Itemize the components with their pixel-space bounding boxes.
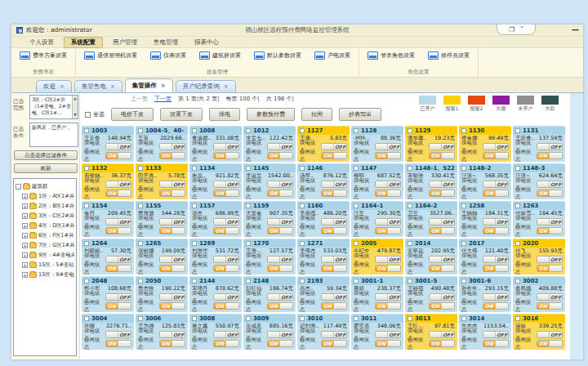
card-checkbox[interactable] bbox=[138, 203, 143, 208]
baodian-toggle[interactable]: OFF bbox=[375, 331, 401, 338]
hezha-toggle[interactable]: ON bbox=[537, 227, 563, 234]
hezha-toggle[interactable]: ON bbox=[105, 302, 131, 310]
tree-expander-icon[interactable]: + bbox=[22, 213, 28, 219]
baodian-toggle[interactable]: OFF bbox=[105, 218, 131, 225]
card-checkbox[interactable] bbox=[246, 316, 251, 321]
card-checkbox[interactable] bbox=[354, 279, 359, 283]
hezha-toggle[interactable]: ON bbox=[483, 340, 509, 347]
tree-expander-icon[interactable]: + bbox=[22, 233, 28, 239]
card-checkbox[interactable] bbox=[84, 203, 89, 208]
hezha-toggle[interactable]: ON bbox=[375, 152, 401, 159]
card-checkbox[interactable] bbox=[84, 128, 89, 133]
tree-item-9[interactable]: +15区：9#变电站（… bbox=[16, 270, 74, 279]
baodian-toggle[interactable]: OFF bbox=[429, 331, 455, 338]
hezha-toggle[interactable]: ON bbox=[321, 265, 347, 272]
baodian-toggle[interactable]: OFF bbox=[213, 143, 239, 150]
listbox-scrollbar[interactable]: ▲▼ bbox=[72, 96, 78, 118]
baodian-toggle[interactable]: OFF bbox=[537, 293, 563, 301]
baodian-toggle[interactable]: OFF bbox=[483, 256, 509, 263]
hezha-toggle[interactable]: ON bbox=[105, 340, 131, 347]
menu-item-3[interactable]: 用户管理 bbox=[106, 38, 144, 47]
baodian-toggle[interactable]: OFF bbox=[483, 218, 509, 225]
hezha-toggle[interactable]: ON bbox=[105, 227, 131, 234]
baodian-toggle[interactable]: OFF bbox=[213, 218, 239, 225]
card-checkbox[interactable] bbox=[138, 128, 143, 133]
filter-select-button[interactable]: 点击选择过滤条件 bbox=[14, 150, 78, 160]
tab-1[interactable]: 欢迎× bbox=[36, 80, 72, 92]
card-checkbox[interactable] bbox=[300, 241, 305, 246]
baodian-toggle[interactable]: OFF bbox=[483, 181, 509, 188]
card-checkbox[interactable] bbox=[354, 203, 359, 208]
tree-expander-icon[interactable]: + bbox=[22, 252, 28, 258]
card-checkbox[interactable] bbox=[461, 279, 466, 283]
hezha-toggle[interactable]: ON bbox=[267, 340, 293, 347]
toolbar-button-4[interactable]: 参数预付费 bbox=[247, 108, 295, 121]
restore-icon[interactable]: ❐ bbox=[509, 26, 514, 33]
card-checkbox[interactable] bbox=[408, 166, 412, 171]
hezha-toggle[interactable]: ON bbox=[159, 340, 185, 347]
menu-item-2[interactable]: 系统配置 bbox=[64, 37, 103, 48]
hezha-toggle[interactable]: ON bbox=[483, 227, 509, 234]
ribbon-button-3-2[interactable]: 操作员设置 bbox=[428, 51, 470, 60]
hezha-toggle[interactable]: ON bbox=[267, 302, 293, 310]
ribbon-button-2-2[interactable]: 仪表设置 bbox=[150, 51, 186, 60]
baodian-toggle[interactable]: OFF bbox=[159, 218, 185, 225]
close-icon[interactable]: × bbox=[161, 83, 166, 89]
card-checkbox[interactable] bbox=[461, 241, 466, 246]
tree-item-1[interactable]: +1区：A区1#井 bbox=[16, 191, 74, 201]
scroll-up-icon[interactable]: ▲ bbox=[74, 96, 76, 101]
tree-item-2[interactable]: +2区：B区1#井（B区1… bbox=[16, 201, 74, 211]
close-icon[interactable]: × bbox=[60, 83, 65, 90]
card-checkbox[interactable] bbox=[84, 316, 89, 321]
baodian-toggle[interactable]: OFF bbox=[429, 181, 455, 188]
card-checkbox[interactable] bbox=[354, 166, 359, 171]
baodian-toggle[interactable]: OFF bbox=[483, 143, 509, 150]
card-checkbox[interactable] bbox=[461, 203, 466, 208]
tree-expander-icon[interactable]: + bbox=[22, 243, 28, 248]
card-checkbox[interactable] bbox=[408, 316, 412, 321]
baodian-toggle[interactable]: OFF bbox=[105, 293, 131, 301]
baodian-toggle[interactable]: OFF bbox=[267, 218, 293, 225]
hezha-toggle[interactable]: ON bbox=[267, 152, 293, 159]
baodian-toggle[interactable]: OFF bbox=[375, 256, 401, 263]
card-checkbox[interactable] bbox=[354, 241, 359, 246]
hezha-toggle[interactable]: ON bbox=[321, 227, 347, 234]
hezha-toggle[interactable]: ON bbox=[105, 190, 131, 197]
baodian-toggle[interactable]: OFF bbox=[429, 293, 455, 301]
hezha-toggle[interactable]: ON bbox=[483, 190, 509, 197]
baodian-toggle[interactable]: OFF bbox=[321, 256, 347, 263]
menu-item-1[interactable]: 个人设置 bbox=[23, 38, 60, 47]
hezha-toggle[interactable]: ON bbox=[213, 340, 239, 347]
card-checkbox[interactable] bbox=[246, 128, 251, 133]
hezha-toggle[interactable]: ON bbox=[267, 265, 293, 272]
hezha-toggle[interactable]: ON bbox=[267, 190, 293, 197]
card-checkbox[interactable] bbox=[461, 166, 466, 171]
tree-expander-icon[interactable]: + bbox=[22, 272, 28, 278]
card-checkbox[interactable] bbox=[246, 279, 251, 283]
hezha-toggle[interactable]: ON bbox=[375, 190, 401, 197]
hezha-toggle[interactable]: ON bbox=[321, 340, 347, 347]
card-checkbox[interactable] bbox=[138, 279, 143, 283]
hezha-toggle[interactable]: ON bbox=[213, 302, 239, 310]
hezha-toggle[interactable]: ON bbox=[429, 265, 455, 272]
baodian-toggle[interactable]: OFF bbox=[483, 293, 509, 301]
chevron-down-icon[interactable]: ˅ bbox=[520, 26, 523, 33]
hezha-toggle[interactable]: ON bbox=[429, 302, 455, 310]
baodian-toggle[interactable]: OFF bbox=[213, 331, 239, 338]
hezha-toggle[interactable]: ON bbox=[483, 302, 509, 310]
hezha-toggle[interactable]: ON bbox=[375, 227, 401, 234]
hezha-toggle[interactable]: ON bbox=[105, 265, 131, 272]
card-checkbox[interactable] bbox=[515, 241, 520, 246]
card-checkbox[interactable] bbox=[461, 316, 466, 321]
tree-item-8[interactable]: +15区：5#变站（3… bbox=[16, 260, 74, 270]
hezha-toggle[interactable]: ON bbox=[321, 152, 347, 159]
tree-expander-icon[interactable]: + bbox=[22, 194, 28, 199]
hezha-toggle[interactable]: ON bbox=[429, 152, 455, 159]
hezha-toggle[interactable]: ON bbox=[429, 190, 455, 197]
baodian-toggle[interactable]: OFF bbox=[429, 256, 455, 263]
scroll-down-icon[interactable]: ▼ bbox=[74, 113, 76, 118]
card-checkbox[interactable] bbox=[192, 241, 197, 246]
selected-range-listbox[interactable]: 3区：C区2#井（1#变电、2#变电、C区1#… ▲▼ bbox=[29, 95, 78, 119]
hezha-toggle[interactable]: ON bbox=[159, 227, 185, 234]
card-checkbox[interactable] bbox=[515, 128, 520, 133]
